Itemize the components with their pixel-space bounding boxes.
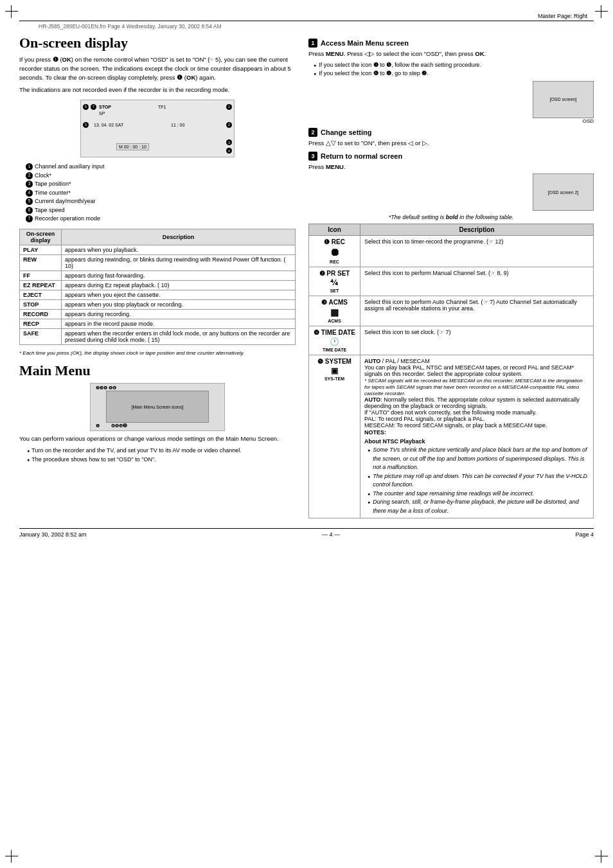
step3-num: 3 — [308, 152, 317, 161]
corner-bl — [5, 850, 18, 863]
indicator-5: 5Current day/month/year — [26, 197, 296, 206]
table-row: EZ REPEAT appears during Ez repeat playb… — [20, 280, 296, 290]
osd-table-header-description: Description — [62, 229, 296, 245]
icon-cell-system: ❺ SYSTEM ▣ SYS-TEM — [309, 355, 360, 518]
main-menu-diagram: ❷❸❹ ❺❻ [Main Menu Screen icons] ❶ ❽❾❿⓫ — [90, 383, 225, 431]
corner-tr — [595, 5, 608, 18]
bullet-3: 3 — [26, 181, 33, 188]
osd-counter: M 00 : 00 : 10 — [116, 143, 149, 150]
icon-table-header-description: Description — [360, 224, 594, 236]
ntsc-bullet-1: Some TVs shrink the picture vertically a… — [368, 446, 589, 472]
onscreen-body1: If you press ❶ (OK) on the remote contro… — [19, 55, 296, 82]
notes-subtitle: About NTSC Playback — [364, 438, 589, 447]
menu-diag-nums: ❷❸❹ ❺❻ — [96, 385, 116, 391]
osd-stop: STOP — [99, 105, 111, 109]
footer-page: Page 4 — [575, 531, 594, 538]
prset-label: ❷ PR SET — [319, 270, 350, 277]
menu-diag-bottom: ❶ ❽❾❿⓫ — [96, 423, 127, 429]
step1-num: 1 — [308, 39, 317, 48]
prset-symbol: ⁴⁄₄ — [313, 278, 356, 287]
display-rew: REW — [20, 254, 62, 270]
step1-body: Press MENU. Press ◁▷ to select the icon … — [308, 49, 594, 58]
table-row: REW appears during rewinding, or blinks … — [20, 254, 296, 270]
desc-eject: appears when you eject the cassette. — [62, 290, 296, 299]
indicator-7: 7Recorder operation mode — [26, 215, 296, 224]
desc-stop: appears when you stop playback or record… — [62, 299, 296, 309]
osd-thumbnail-2: [OSD screen 2] — [533, 173, 594, 211]
acms-sublabel: ACMS — [313, 319, 356, 323]
page-wrapper: Master Page: Right HR-J585_285EU-001EN.f… — [0, 0, 613, 868]
indicator-6: 6Tape speed — [26, 206, 296, 215]
page-footer: January 30, 2002 8:52 am — 4 — Page 4 — [19, 528, 594, 538]
notes-title: NOTES: — [364, 429, 589, 438]
icon-row-timedate: ❹ TIME DATE 🕐 TIME DATE Select this icon… — [309, 326, 594, 355]
system-label: ❺ SYSTEM — [317, 358, 351, 365]
bullet-7: 7 — [26, 215, 33, 222]
onscreen-body2: The indications are not recorded even if… — [19, 85, 296, 94]
step1-bullet-2: If you select the icon ❻ to ❶, go to ste… — [314, 69, 594, 78]
onscreen-display-title: On-screen display — [19, 35, 296, 51]
acms-label: ❸ ACMS — [321, 299, 348, 306]
table-row: SAFE appears when the recorder enters in… — [20, 328, 296, 344]
display-stop: STOP — [20, 299, 62, 309]
prset-sublabel: SET — [313, 288, 356, 293]
timedate-sublabel: TIME DATE — [313, 348, 356, 352]
icon-cell-rec: ❶ REC ⏺ REC — [309, 236, 360, 267]
display-safe: SAFE — [20, 328, 62, 344]
circle-6: 6 — [83, 103, 89, 110]
desc-ff: appears during fast-forwarding. — [62, 270, 296, 280]
osd-thumb2-area: [OSD screen 2] — [308, 173, 594, 211]
rec-label: ❶ REC — [324, 238, 345, 245]
timedate-symbol: 🕐 — [313, 337, 356, 346]
rec-description: Select this icon to timer-record the pro… — [360, 236, 594, 267]
osd-thumbnail: [OSD screen] — [533, 81, 594, 118]
indicator-3: 3Tape position* — [26, 180, 296, 189]
icon-row-acms: ❸ ACMS ▦ ACMS Select this icon to perfor… — [309, 296, 594, 326]
circle-4: 4 — [226, 148, 232, 154]
acms-description: Select this icon to perform Auto Channel… — [360, 296, 594, 326]
osd-sp: SP — [99, 111, 105, 116]
main-menu-title: Main Menu — [19, 362, 296, 379]
indicators-list: 1Channel and auxiliary input 2Clock* 3Ta… — [26, 163, 296, 224]
timedate-description: Select this icon to set clock. (☞ 7) — [360, 326, 594, 355]
circle-5: 5 — [83, 121, 89, 128]
step1-bullet-1: If you select the icon ❶ to ❺, follow th… — [314, 61, 594, 70]
file-info: HR-J585_285EU-001EN.fm Page 4 Wednesday,… — [19, 21, 594, 30]
display-eject: EJECT — [20, 290, 62, 299]
osd-tf1: TF1 — [158, 105, 166, 109]
main-menu-body: You can perform various operations or ch… — [19, 434, 296, 443]
bullet-1: 1 — [26, 163, 33, 170]
system-sublabel: SYS-TEM — [313, 376, 356, 381]
corner-tl — [5, 5, 18, 18]
circle-1: 1 — [226, 103, 232, 110]
timedate-label: ❹ TIME DATE — [314, 329, 355, 336]
step3-title: Return to normal screen — [321, 152, 402, 160]
indicator-1: 1Channel and auxiliary input — [26, 163, 296, 172]
icon-cell-acms: ❸ ACMS ▦ ACMS — [309, 296, 360, 326]
menu-bullet-2: The procedure shows how to set "OSD" to … — [27, 456, 296, 465]
table-row: STOP appears when you stop playback or r… — [20, 299, 296, 309]
ntsc-bullet-2: The picture may roll up and down. This c… — [368, 472, 589, 490]
main-content: On-screen display If you press ❶ (OK) on… — [19, 35, 594, 518]
osd-date: 13. 04. 02 SAT — [94, 123, 123, 127]
osd-thumbnail-area: [OSD screen] OSD — [308, 81, 594, 124]
default-note: *The default setting is bold in the foll… — [308, 214, 594, 220]
bullet-6: 6 — [26, 207, 33, 214]
desc-safe: appears when the recorder enters in chil… — [62, 328, 296, 344]
display-record: RECORD — [20, 309, 62, 319]
system-description: AUTO / PAL / MESECAM You can play back P… — [360, 355, 594, 518]
desc-recp: appears in the record pause mode. — [62, 319, 296, 328]
circle-2: 2 — [226, 121, 232, 128]
osd-table: On-screen display Description PLAY appea… — [19, 229, 296, 345]
step3-heading: 3 Return to normal screen — [308, 152, 594, 161]
main-menu-bullets: Turn on the recorder and the TV, and set… — [27, 447, 296, 464]
step1-heading: 1 Access Main Menu screen — [308, 39, 594, 48]
corner-br — [595, 850, 608, 863]
osd-time: 11 : 00 — [171, 123, 184, 127]
table-footnote: * Each time you press (OK), the display … — [19, 350, 296, 356]
footer-page-num: — 4 — — [322, 531, 340, 538]
osd-diagram: 1 2 3 4 5 6 7 STOP SP TF1 13. 04. 02 SAT… — [80, 100, 235, 157]
right-column: 1 Access Main Menu screen Press MENU. Pr… — [308, 35, 594, 518]
footer-date: January 30, 2002 8:52 am — [19, 531, 87, 538]
rec-sublabel: REC — [313, 260, 356, 264]
